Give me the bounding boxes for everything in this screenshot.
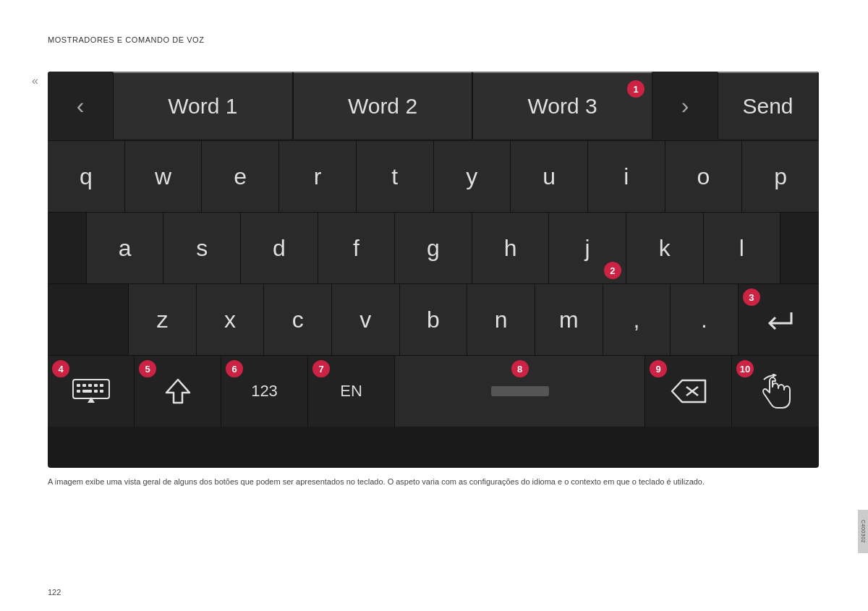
key-d[interactable]: d: [241, 213, 318, 283]
key-k[interactable]: k: [626, 213, 704, 283]
space-bar-visual: [491, 386, 549, 396]
svg-rect-3: [88, 384, 92, 387]
key-q[interactable]: q: [48, 141, 125, 212]
touch-key[interactable]: 10: [732, 356, 819, 427]
svg-rect-4: [94, 384, 98, 387]
top-bar: ‹ Word 1 Word 2 Word 3 1 › Send: [48, 72, 819, 140]
key-b[interactable]: b: [400, 284, 468, 355]
quote-marks: «: [32, 74, 38, 87]
key-i[interactable]: i: [588, 141, 665, 212]
lang-key[interactable]: 7 EN: [308, 356, 395, 427]
return-key[interactable]: 3: [739, 284, 819, 355]
key-u[interactable]: u: [511, 141, 588, 212]
touch-icon: [760, 374, 791, 409]
key-h[interactable]: h: [472, 213, 550, 283]
backspace-badge: 9: [650, 360, 667, 377]
j-badge: 2: [604, 262, 621, 279]
svg-rect-0: [73, 380, 109, 398]
svg-rect-1: [77, 384, 80, 387]
key-o[interactable]: o: [665, 141, 743, 212]
key-z[interactable]: z: [129, 284, 197, 355]
word2-button[interactable]: Word 2: [293, 72, 473, 140]
space-badge: 8: [511, 360, 529, 377]
num-badge: 6: [226, 360, 243, 377]
lang-badge: 7: [312, 360, 330, 377]
nav-prev-button[interactable]: ‹: [48, 72, 113, 140]
key-g[interactable]: g: [395, 213, 472, 283]
svg-rect-7: [82, 390, 92, 393]
space-key[interactable]: 8: [395, 356, 645, 427]
key-w[interactable]: w: [125, 141, 203, 212]
word3-button[interactable]: Word 3 1: [472, 72, 652, 140]
key-m[interactable]: m: [535, 284, 603, 355]
key-l[interactable]: l: [704, 213, 781, 283]
key-e[interactable]: e: [202, 141, 279, 212]
return-icon: [764, 309, 793, 330]
key-n[interactable]: n: [467, 284, 535, 355]
row2-left-spacer: [48, 213, 87, 283]
key-j[interactable]: j 2: [549, 213, 626, 283]
key-v[interactable]: v: [332, 284, 400, 355]
num-key[interactable]: 6 123: [221, 356, 308, 427]
row3-left-spacer: [48, 284, 129, 355]
send-button[interactable]: Send: [718, 72, 819, 140]
keyboard-container: ‹ Word 1 Word 2 Word 3 1 › Send q w e r …: [48, 72, 819, 468]
keyboard-bottom-row: 4 5: [48, 355, 819, 426]
key-c[interactable]: c: [264, 284, 332, 355]
key-a[interactable]: a: [87, 213, 164, 283]
shift-icon: [165, 377, 191, 406]
keyboard-badge: 4: [52, 360, 69, 377]
key-p[interactable]: p: [742, 141, 819, 212]
page-title: MOSTRADORES E COMANDO DE VOZ: [48, 35, 204, 44]
word1-button[interactable]: Word 1: [113, 72, 293, 140]
keyboard-row-1: q w e r t y u i o p: [48, 140, 819, 212]
side-marker: C400302: [858, 510, 868, 553]
backspace-icon: [671, 379, 707, 403]
keyboard-toggle-key[interactable]: 4: [48, 356, 135, 427]
svg-marker-11: [166, 380, 190, 403]
key-x[interactable]: x: [197, 284, 265, 355]
page-number: 122: [48, 588, 61, 597]
touch-badge: 10: [736, 360, 754, 377]
key-f[interactable]: f: [318, 213, 396, 283]
svg-rect-5: [100, 384, 103, 387]
shift-key[interactable]: 5: [135, 356, 221, 427]
row2-right-spacer: [780, 213, 819, 283]
word3-badge: 1: [627, 80, 644, 98]
key-period[interactable]: .: [671, 284, 739, 355]
caption: A imagem exibe uma vista geral de alguns…: [48, 476, 807, 488]
key-r[interactable]: r: [279, 141, 357, 212]
return-badge: 3: [743, 289, 760, 306]
backspace-key[interactable]: 9: [645, 356, 732, 427]
nav-next-button[interactable]: ›: [652, 72, 718, 140]
key-comma[interactable]: ,: [603, 284, 671, 355]
key-s[interactable]: s: [163, 213, 241, 283]
svg-rect-2: [82, 384, 86, 387]
key-y[interactable]: y: [434, 141, 511, 212]
keyboard-row-3: z x c v b n m , . 3: [48, 283, 819, 355]
keyboard-icon: [72, 378, 111, 404]
svg-rect-6: [77, 390, 80, 393]
svg-rect-8: [94, 390, 98, 393]
key-t[interactable]: t: [357, 141, 434, 212]
shift-badge: 5: [139, 360, 156, 377]
svg-rect-9: [100, 390, 103, 393]
side-marker-text: C400302: [861, 520, 866, 543]
keyboard-row-2: a s d f g h j 2 k l: [48, 212, 819, 283]
